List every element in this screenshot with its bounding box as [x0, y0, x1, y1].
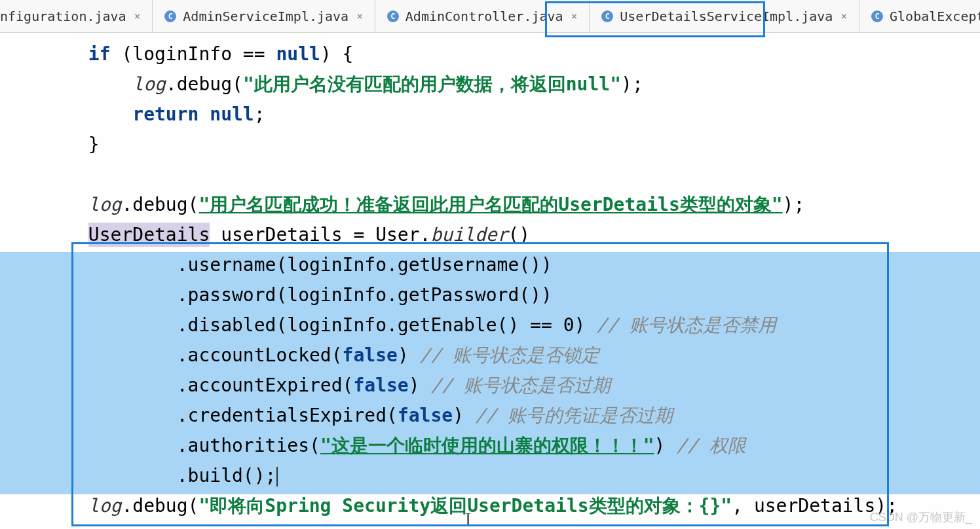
code-line: .accountExpired(false) // 账号状态是否过期	[0, 371, 980, 401]
code-line: log.debug("此用户名没有匹配的用户数据，将返回null");	[0, 69, 980, 100]
tab-admincontroller[interactable]: C AdminController.java ×	[375, 0, 590, 32]
code-line: .password(loginInfo.getPassword())	[0, 280, 980, 310]
code-line: log.debug("即将向Spring Security返回UserDetai…	[0, 491, 980, 521]
class-icon: C	[871, 10, 883, 22]
code-line	[0, 160, 980, 190]
tab-label: AdminController.java	[405, 9, 563, 24]
tab-userdetailsserviceimpl[interactable]: C UserDetailsServiceImpl.java ×	[590, 0, 859, 32]
tab-label: GlobalExceptionHandler.jav	[890, 9, 980, 24]
close-icon[interactable]: ×	[134, 10, 141, 22]
code-line: .build();	[0, 461, 980, 491]
tab-label: AdminServiceImpl.java	[183, 9, 349, 24]
watermark: CSDN @万物更新_	[870, 509, 972, 525]
tab-label: UserDetailsServiceImpl.java	[620, 9, 833, 24]
code-line: .authorities("这是一个临时使用的山寨的权限！！！") // 权限	[0, 431, 980, 461]
class-icon: C	[387, 10, 399, 22]
class-icon: C	[601, 10, 613, 22]
code-line: UserDetails userDetails = User.builder()	[0, 220, 980, 250]
close-icon[interactable]: ×	[571, 10, 578, 22]
editor-tabs: nfiguration.java × C AdminServiceImpl.ja…	[0, 0, 980, 33]
close-icon[interactable]: ×	[356, 10, 363, 22]
code-line: .username(loginInfo.getUsername())	[0, 250, 980, 280]
code-line: if (loginInfo == null) {	[0, 39, 980, 69]
mouse-text-cursor-icon: I	[465, 504, 471, 529]
code-line: .accountLocked(false) // 账号状态是否锁定	[0, 340, 980, 371]
close-icon[interactable]: ×	[840, 10, 847, 22]
code-line: .credentialsExpired(false) // 账号的凭证是否过期	[0, 401, 980, 431]
tab-adminserviceimpl[interactable]: C AdminServiceImpl.java ×	[153, 0, 375, 32]
code-editor[interactable]: if (loginInfo == null) { log.debug("此用户名…	[0, 33, 980, 521]
tab-label: nfiguration.java	[0, 9, 126, 24]
code-line: }	[0, 130, 980, 160]
tab-globalexceptionhandler[interactable]: C GlobalExceptionHandler.jav	[859, 0, 980, 32]
tab-configuration[interactable]: nfiguration.java ×	[0, 0, 153, 32]
text-caret	[276, 467, 278, 486]
code-line: return null;	[0, 100, 980, 130]
class-icon: C	[164, 10, 176, 22]
code-line: .disabled(loginInfo.getEnable() == 0) //…	[0, 310, 980, 340]
code-line: log.debug("用户名匹配成功！准备返回此用户名匹配的UserDetail…	[0, 190, 980, 220]
